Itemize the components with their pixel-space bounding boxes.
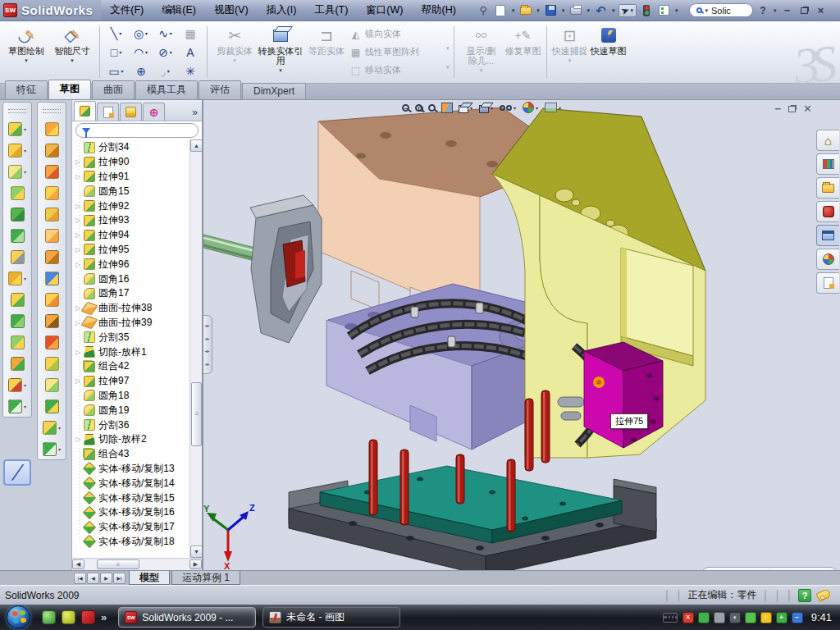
menu-item-5[interactable]: 窗口(W) <box>357 2 412 18</box>
next-tab-icon[interactable]: ▶ <box>100 573 112 584</box>
search-dropdown-icon[interactable]: ▾ <box>705 7 709 14</box>
scale-icon[interactable] <box>45 357 59 371</box>
tree-item-组合43[interactable]: 组合43 <box>72 447 189 462</box>
linear-sketch-pattern-button[interactable]: ▦ 线性草图阵列 <box>349 43 446 61</box>
expand-arrow-icon[interactable]: ▷ <box>72 377 84 385</box>
first-tab-icon[interactable]: |◀ <box>74 573 86 584</box>
taskbar-clock[interactable]: 9:41 <box>811 611 832 623</box>
security-alert-tray-icon[interactable]: ✕ <box>682 612 694 623</box>
rectangle-tool-icon[interactable]: □▾ <box>104 43 129 62</box>
command-tab-模具工具[interactable]: 模具工具 <box>135 80 198 99</box>
tree-hscroll-thumb[interactable]: ≡ <box>97 559 139 569</box>
linear-pattern-icon[interactable]: ▾ <box>8 272 26 285</box>
point-tool-icon[interactable]: ✳ <box>178 62 203 80</box>
trim-entities-button[interactable]: ✂ 剪裁实体 ▾ <box>212 23 258 81</box>
media-quick-icon[interactable] <box>62 610 75 624</box>
apply-scene-icon[interactable]: ▾ <box>545 103 562 112</box>
tree-item-拉伸97[interactable]: ▷拉伸97 <box>72 374 189 389</box>
tree-item-分割36[interactable]: 分割36 <box>72 418 189 432</box>
options-icon[interactable] <box>657 3 671 17</box>
swept-surface-icon[interactable] <box>45 122 59 136</box>
smart-dimension-button[interactable]: ◇✎ 智能尺寸 ▾ <box>49 23 95 81</box>
expand-arrow-icon[interactable]: ▷ <box>72 349 84 356</box>
tree-horizontal-scrollbar[interactable]: ◀ ≡ ▶ <box>72 558 202 570</box>
badge-tray-icon[interactable] <box>714 612 725 623</box>
line-tool-icon[interactable]: ╲▾ <box>104 24 129 43</box>
taskbar-window-2[interactable]: 未命名 - 画图 <box>262 607 400 628</box>
save-icon[interactable] <box>544 3 558 17</box>
display-delete-relations-button[interactable]: 显示/删除几... ▾ <box>459 23 504 81</box>
tree-item-切除-放样2[interactable]: ▷切除-放样2 <box>72 432 189 447</box>
scroll-right-icon[interactable]: ▶ <box>189 559 202 569</box>
volume-tray-icon[interactable]: ◖ <box>729 612 741 623</box>
tree-item-分割34[interactable]: 分割34 <box>72 140 189 155</box>
hide-show-items-icon[interactable]: ▾ <box>500 105 517 111</box>
tags-icon[interactable] <box>815 588 831 602</box>
solidworks-resources-tab[interactable]: ⌂ <box>816 130 839 151</box>
cavity-icon[interactable] <box>45 336 59 349</box>
rapid-sketch-button[interactable]: 快速草图 <box>589 23 628 81</box>
3d-assembly-scene[interactable]: X Y Z <box>203 100 840 570</box>
menu-item-6[interactable]: 帮助(H) <box>412 2 464 18</box>
ruled-surface-icon[interactable] <box>45 165 59 179</box>
move-dropdown-icon[interactable]: ▾ <box>446 64 450 71</box>
solidworks-search-tab[interactable] <box>816 201 839 222</box>
start-button[interactable] <box>7 605 30 629</box>
menu-item-2[interactable]: 视图(V) <box>205 2 258 18</box>
motion-study-tab[interactable]: 运动算例 1 <box>171 571 240 585</box>
print-dropdown-icon[interactable]: ▾ <box>587 7 590 14</box>
undercut-analysis-icon[interactable] <box>45 208 59 221</box>
tree-item-圆角15[interactable]: 圆角15 <box>72 184 189 199</box>
doc-close-button[interactable]: ✕ <box>803 103 812 115</box>
gray-clamp-part[interactable] <box>203 195 322 343</box>
parting-surface-icon[interactable] <box>45 272 59 285</box>
help-dropdown-icon[interactable]: ▾ <box>774 7 777 14</box>
scroll-left-icon[interactable]: ◀ <box>72 559 84 569</box>
split-icon[interactable] <box>11 336 25 349</box>
curve-icon[interactable]: ▾ <box>8 399 26 413</box>
command-tab-曲面[interactable]: 曲面 <box>92 80 135 99</box>
select-tool-button[interactable]: ➤▾ <box>619 4 637 17</box>
graphics-viewport[interactable]: X Y Z ▾ ▾ ▾ ▾ ▾ − ✕ ⌂ <box>203 100 840 570</box>
dome-icon[interactable] <box>45 399 59 413</box>
tree-filter-input[interactable] <box>75 123 199 138</box>
tree-item-切除-放样1[interactable]: ▷切除-放样1 <box>72 345 189 359</box>
tree-item-分割35[interactable]: 分割35 <box>72 330 189 345</box>
dimxpertmanager-tab[interactable]: ⊕ <box>143 103 165 121</box>
view-orientation-icon[interactable]: ▾ <box>459 103 473 113</box>
repair-sketch-button[interactable]: +✎ 修复草图 <box>504 23 542 81</box>
tree-item-拉伸92[interactable]: ▷拉伸92 <box>72 199 189 213</box>
freeform-icon[interactable]: ▾ <box>43 421 61 435</box>
propertymanager-tab[interactable] <box>97 103 119 121</box>
mirror-icon[interactable] <box>11 314 25 328</box>
undo-dropdown-icon[interactable]: ▾ <box>612 7 615 14</box>
expand-arrow-icon[interactable]: ▷ <box>72 217 84 224</box>
shell-icon[interactable] <box>11 208 25 221</box>
tree-item-实体-移动/复制17[interactable]: 实体-移动/复制17 <box>72 520 189 535</box>
tree-item-圆角16[interactable]: 圆角16 <box>72 272 189 286</box>
restore-button[interactable] <box>797 3 811 17</box>
tree-item-拉伸93[interactable]: ▷拉伸93 <box>72 213 189 228</box>
tree-scroll-thumb[interactable]: ≡ <box>191 382 202 446</box>
fillet-surface-icon[interactable] <box>45 378 59 392</box>
network-tray-icon[interactable] <box>745 612 756 623</box>
offset-entities-button[interactable]: ⊐ 等距实体 <box>304 23 349 81</box>
traffic-light-icon[interactable] <box>640 3 654 17</box>
minimize-button[interactable]: − <box>781 4 794 16</box>
loft-icon[interactable] <box>11 186 25 200</box>
tree-item-实体-移动/复制15[interactable]: 实体-移动/复制15 <box>72 491 189 505</box>
tree-item-实体-移动/复制13[interactable]: 实体-移动/复制13 <box>72 462 189 477</box>
manager-tabs-overflow-icon[interactable]: » <box>192 107 200 121</box>
draft-analysis-icon[interactable] <box>45 186 59 200</box>
print-icon[interactable] <box>568 3 582 17</box>
undo-icon[interactable]: ↶ <box>594 3 608 17</box>
pin-icon[interactable]: ⚲ <box>477 3 491 17</box>
text-tool-icon[interactable]: A <box>178 43 203 62</box>
quick-launch-overflow-icon[interactable]: » <box>101 611 107 623</box>
core-icon[interactable] <box>45 314 59 328</box>
command-tab-特征[interactable]: 特征 <box>5 80 48 99</box>
slot-tool-icon[interactable]: ▭▾ <box>104 62 129 80</box>
expand-arrow-icon[interactable]: ▷ <box>72 246 84 253</box>
menu-item-4[interactable]: 工具(T) <box>305 2 357 18</box>
expand-arrow-icon[interactable]: ▷ <box>72 436 84 443</box>
